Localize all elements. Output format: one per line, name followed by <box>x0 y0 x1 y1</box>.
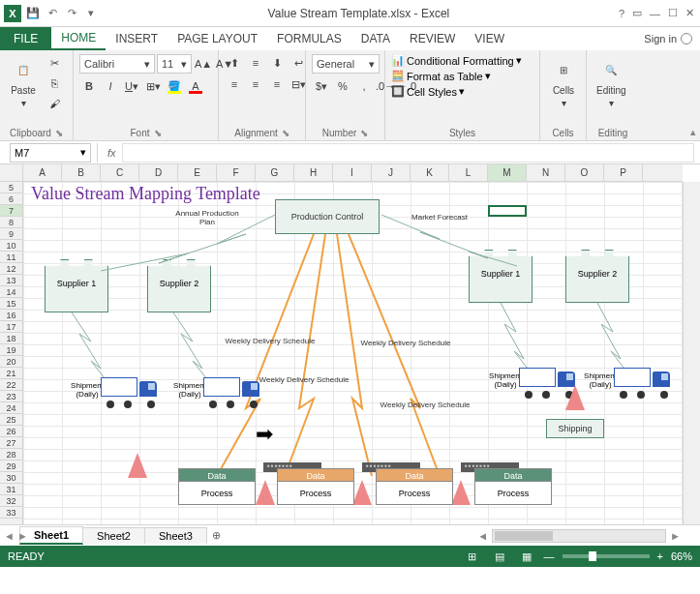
normal-view-icon[interactable]: ⊞ <box>463 549 482 564</box>
percent-icon[interactable]: % <box>333 77 352 95</box>
font-launcher[interactable]: ⬊ <box>154 128 162 138</box>
undo-icon[interactable]: ↶ <box>45 6 60 21</box>
triangle-3 <box>256 480 275 505</box>
supplier-2b[interactable]: Supplier 2 <box>565 264 629 303</box>
group-cells: Cells <box>546 126 580 138</box>
zoom-level[interactable]: 66% <box>671 550 692 562</box>
fx-icon[interactable]: fx <box>102 147 122 159</box>
supplier-1a[interactable]: Supplier 1 <box>45 274 108 312</box>
maximize-icon[interactable]: ☐ <box>668 7 678 19</box>
number-launcher[interactable]: ⬊ <box>360 128 368 138</box>
bold-button[interactable]: B <box>79 77 99 95</box>
triangle-5 <box>451 480 471 505</box>
cut-icon[interactable]: ✂ <box>45 54 64 72</box>
font-size[interactable]: 11▾ <box>157 54 192 74</box>
merge-icon[interactable]: ⊟▾ <box>289 75 308 93</box>
align-bottom-icon[interactable]: ⬇ <box>267 54 287 72</box>
zoom-out-icon[interactable]: — <box>544 550 555 562</box>
shipping-box[interactable]: Shipping <box>546 419 604 438</box>
sign-in[interactable]: Sign in <box>636 33 700 45</box>
production-control-box[interactable]: Production Control <box>275 199 380 234</box>
group-editing: Editing <box>593 126 633 138</box>
data-box-1[interactable]: DataProcess <box>178 468 256 505</box>
data-box-4[interactable]: DataProcess <box>474 468 552 505</box>
tab-formulas[interactable]: FORMULAS <box>267 27 351 50</box>
formula-input[interactable] <box>122 143 694 163</box>
underline-button[interactable]: U▾ <box>122 77 141 95</box>
tab-view[interactable]: VIEW <box>465 27 514 50</box>
minimize-icon[interactable]: — <box>650 8 660 19</box>
diagram-title: Value Stream Mapping Template <box>31 184 260 204</box>
tab-file[interactable]: FILE <box>0 27 51 50</box>
fill-color-button[interactable]: 🪣 <box>165 77 184 95</box>
align-top-icon[interactable]: ⬆ <box>225 54 244 72</box>
supplier-2a[interactable]: Supplier 2 <box>147 274 211 312</box>
wds-3: Weekly Delivery Schedule <box>251 375 357 384</box>
sheet-nav-prev-icon[interactable]: ◄ ► <box>4 530 28 542</box>
font-name[interactable]: Calibri▾ <box>79 54 155 74</box>
tab-page-layout[interactable]: PAGE LAYOUT <box>167 27 267 50</box>
comma-icon[interactable]: , <box>354 77 374 95</box>
qat-more-icon[interactable]: ▾ <box>83 6 99 21</box>
tab-review[interactable]: REVIEW <box>400 27 465 50</box>
data-box-3[interactable]: DataProcess <box>376 468 453 505</box>
copy-icon[interactable]: ⎘ <box>45 74 64 92</box>
wds-4: Weekly Delivery Schedule <box>372 401 478 409</box>
group-number: Number <box>322 128 357 138</box>
grow-font-icon[interactable]: A▲ <box>194 55 213 73</box>
currency-icon[interactable]: $▾ <box>312 77 331 95</box>
data-box-2[interactable]: DataProcess <box>277 468 354 505</box>
align-left-icon[interactable]: ≡ <box>225 75 244 93</box>
help-icon[interactable]: ? <box>619 8 624 19</box>
clipboard-launcher[interactable]: ⬊ <box>55 128 63 138</box>
border-button[interactable]: ⊞▾ <box>143 77 163 95</box>
font-color-button[interactable]: A <box>186 77 205 95</box>
horizontal-scrollbar[interactable] <box>492 529 666 543</box>
align-center-icon[interactable]: ≡ <box>246 75 265 93</box>
align-right-icon[interactable]: ≡ <box>267 75 287 93</box>
truck-1[interactable] <box>101 377 157 404</box>
truck-4[interactable] <box>614 368 670 395</box>
tab-home[interactable]: HOME <box>51 27 106 50</box>
sheet-tab-1[interactable]: Sheet1 <box>19 526 83 545</box>
close-icon[interactable]: ✕ <box>685 7 694 19</box>
zoom-in-icon[interactable]: + <box>657 550 663 562</box>
align-middle-icon[interactable]: ≡ <box>246 54 265 72</box>
triangle-1 <box>565 385 585 410</box>
zoom-slider[interactable] <box>563 554 650 558</box>
redo-icon[interactable]: ↷ <box>64 6 79 21</box>
grid[interactable]: Value Stream Mapping Template Production… <box>23 182 683 528</box>
excel-logo <box>4 5 21 22</box>
tab-insert[interactable]: INSERT <box>106 27 167 50</box>
sheet-tab-3[interactable]: Sheet3 <box>144 527 207 544</box>
page-layout-view-icon[interactable]: ▤ <box>490 549 509 564</box>
save-icon[interactable]: 💾 <box>25 6 41 21</box>
group-alignment: Alignment <box>234 128 277 138</box>
number-format[interactable]: General▾ <box>312 54 380 74</box>
truck-2[interactable] <box>203 377 259 404</box>
cells-button[interactable]: ⊞Cells▾ <box>546 54 581 110</box>
wds-2: Weekly Delivery Schedule <box>352 339 459 347</box>
column-headers[interactable]: ABCDEFGHIJKLMNOP <box>23 164 683 182</box>
paste-button[interactable]: 📋Paste▾ <box>6 54 41 110</box>
wrap-text-icon[interactable]: ↩ <box>289 54 308 72</box>
format-painter-icon[interactable]: 🖌 <box>45 95 64 112</box>
page-break-view-icon[interactable]: ▦ <box>517 549 536 564</box>
name-box[interactable]: M7▾ <box>10 143 91 163</box>
row-headers[interactable]: 5678910111213141516171819202122232425262… <box>0 182 23 528</box>
select-all-button[interactable] <box>0 164 23 182</box>
align-launcher[interactable]: ⬊ <box>282 128 289 138</box>
new-sheet-button[interactable]: ⊕ <box>206 525 228 547</box>
collapse-ribbon-icon[interactable]: ▴ <box>690 126 696 138</box>
sheet-tab-2[interactable]: Sheet2 <box>82 527 145 544</box>
ribbon-options-icon[interactable]: ▭ <box>632 7 642 19</box>
conditional-formatting-button[interactable]: 📊 Conditional Formatting▾ <box>391 54 522 67</box>
italic-button[interactable]: I <box>101 77 120 95</box>
format-as-table-button[interactable]: 🧮 Format as Table▾ <box>391 70 491 82</box>
cell-styles-button[interactable]: 🔲 Cell Styles▾ <box>391 85 465 98</box>
supplier-1b[interactable]: Supplier 1 <box>469 264 533 303</box>
vertical-scrollbar[interactable] <box>683 182 700 528</box>
editing-button[interactable]: 🔍Editing▾ <box>593 54 630 110</box>
group-styles: Styles <box>449 128 475 138</box>
tab-data[interactable]: DATA <box>351 27 400 50</box>
